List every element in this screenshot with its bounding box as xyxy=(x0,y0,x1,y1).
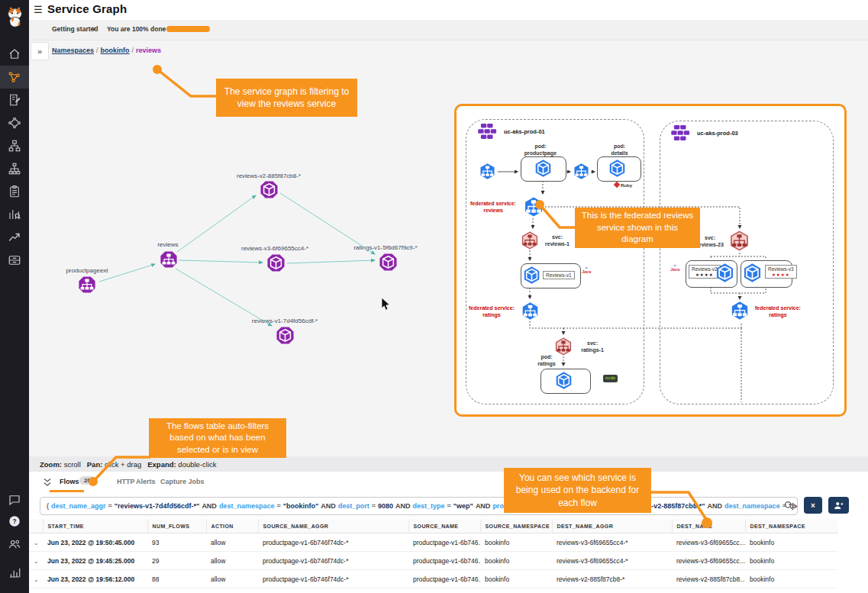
federated-ratings-label-2: federated service: ratings xyxy=(753,305,803,319)
metrics-icon[interactable] xyxy=(0,203,29,226)
usage-chart-icon[interactable] xyxy=(0,561,29,584)
graph-node-reviews-v2[interactable] xyxy=(260,180,279,199)
home-icon[interactable] xyxy=(0,43,29,66)
graph-node-ratings-v1[interactable] xyxy=(379,253,398,272)
pod-hexagon-icon xyxy=(534,159,553,178)
graph-node-label: ratings-v1-5f6d67f9c9-* xyxy=(353,244,417,251)
collapse-panel-icon[interactable] xyxy=(42,477,53,488)
filter-query: (dest_name_aggr="reviews-v1-7d4fd56cdf-*… xyxy=(47,502,798,510)
col-start-time[interactable]: START_TIME xyxy=(43,519,147,533)
onboarding-progress-bar xyxy=(166,26,210,32)
federated-service-hexagon-icon xyxy=(523,196,544,218)
reviews-v3-chip: Reviews-v3★★★★ xyxy=(765,265,797,279)
table-row[interactable]: ⌄ Jun 23, 2022 @ 19:50:45.000 72 allow p… xyxy=(29,588,838,593)
pod-productpage-label: pod: productpage xyxy=(518,143,563,157)
service-hexagon-icon xyxy=(479,163,496,180)
breadcrumb-bookinfo[interactable]: bookinfo xyxy=(101,47,130,54)
row-expand-icon[interactable]: ⌄ xyxy=(34,540,39,546)
chat-icon[interactable] xyxy=(0,488,29,511)
col-dest-name[interactable]: DEST_NAME xyxy=(672,519,745,533)
table-row[interactable]: ⌄ Jun 23, 2022 @ 19:56:12.000 88 allow p… xyxy=(29,570,838,588)
reviews-v1-chip: Reviews-v1 xyxy=(543,271,575,279)
col-num-flows[interactable]: NUM_FLOWS xyxy=(147,519,206,533)
tab-alerts[interactable]: Alerts xyxy=(136,478,156,485)
graph-node-productpageext[interactable] xyxy=(78,276,96,294)
storage-icon[interactable] xyxy=(0,249,29,272)
breadcrumb-namespaces[interactable]: Namespaces xyxy=(52,47,94,54)
callout-backend-service: You can see which service is being used … xyxy=(504,468,651,513)
users-icon[interactable] xyxy=(0,533,29,556)
pod-details-label: pod: details xyxy=(599,143,641,157)
col-dest-namespace[interactable]: DEST_NAMESPACE xyxy=(745,519,838,533)
service-hexagon-icon xyxy=(573,163,590,180)
federated-reviews-label: federated service: reviews xyxy=(464,201,522,214)
flow-network-icon[interactable] xyxy=(0,111,29,134)
graph-node-reviews-v1[interactable] xyxy=(276,326,295,345)
graph-node-label: reviews-v3-6f69655cc4-* xyxy=(241,245,308,252)
tab-flows[interactable]: Flows xyxy=(60,478,79,485)
col-action[interactable]: ACTION xyxy=(206,519,258,533)
help-icon[interactable] xyxy=(0,510,29,533)
table-row[interactable]: ⌄ Jun 23, 2022 @ 19:50:45.000 93 allow p… xyxy=(29,533,838,552)
legend-text: Zoom: scroll Pan: click + drag Expand: d… xyxy=(40,460,217,469)
pod-hexagon-icon xyxy=(608,159,627,178)
top-bar xyxy=(29,0,868,20)
cluster-name: uc-aks-prod-01 xyxy=(504,128,545,135)
expand-panel-button[interactable]: » xyxy=(31,42,49,60)
graph-node-reviews-v3[interactable] xyxy=(266,253,286,272)
left-nav-rail xyxy=(0,0,29,593)
tab-capture-jobs[interactable]: Capture Jobs xyxy=(160,478,205,485)
compliance-icon[interactable] xyxy=(0,180,29,203)
page-title: Service Graph xyxy=(47,2,127,15)
breadcrumb-separator: / xyxy=(130,47,137,54)
ruby-logo: Ruby xyxy=(615,182,632,188)
nodejs-logo: node xyxy=(603,375,618,382)
pod-hexagon-icon xyxy=(554,371,573,390)
trends-icon[interactable] xyxy=(0,226,29,249)
tab-http[interactable]: HTTP xyxy=(117,478,135,485)
svc-ratings-1-label: svc: ratings-1 xyxy=(576,340,609,354)
policy-editor-icon[interactable] xyxy=(0,89,29,111)
header-expand-col xyxy=(29,519,43,533)
hamburger-menu-icon[interactable]: ☰ xyxy=(34,4,43,15)
row-expand-icon[interactable]: ⌄ xyxy=(34,558,39,565)
pod-hexagon-icon xyxy=(715,263,735,283)
flows-count-badge: 20 xyxy=(79,476,95,485)
pod-hexagon-icon xyxy=(742,263,763,283)
col-source-name[interactable]: SOURCE_NAME xyxy=(408,519,480,533)
java-logo: ≈Java xyxy=(582,266,591,275)
breadcrumb-reviews: reviews xyxy=(136,47,161,54)
topology-icon[interactable] xyxy=(0,134,29,157)
federation-diagram-panel: uc-aks-prod-01 pod: productpage pod: det… xyxy=(454,104,847,417)
col-source-namespace[interactable]: SOURCE_NAMESPACE xyxy=(480,519,552,533)
flows-table: START_TIME NUM_FLOWS ACTION SOURCE_NAME_… xyxy=(29,519,868,593)
flows-filter-input[interactable]: (dest_name_aggr="reviews-v1-7d4fd56cdf-*… xyxy=(40,497,798,515)
service-graph-icon[interactable] xyxy=(0,66,29,89)
search-icon[interactable] xyxy=(783,500,795,511)
rating-stars-red: ★★★★ xyxy=(772,272,790,277)
pod-hexagon-icon xyxy=(522,266,541,285)
federated-service-hexagon-icon xyxy=(521,301,540,321)
col-source-name-aggr[interactable]: SOURCE_NAME_AGGR xyxy=(258,519,408,533)
java-logo: ≈Java xyxy=(670,263,679,272)
col-dest-name-aggr[interactable]: DEST_NAME_AGGR xyxy=(552,519,672,533)
callout-flows-autofilter: The flows table auto-filters based on wh… xyxy=(149,418,286,458)
row-expand-icon[interactable]: ⌄ xyxy=(34,576,39,583)
clear-filter-button[interactable]: × xyxy=(804,497,822,514)
table-row[interactable]: ⌄ Jun 23, 2022 @ 19:45:25.000 29 allow p… xyxy=(29,552,838,570)
active-tab-underline xyxy=(50,490,84,492)
pod-ratings-label: pod: ratings xyxy=(530,354,563,368)
graph-node-reviews[interactable] xyxy=(160,250,178,269)
breadcrumb: Namespaces/bookinfo/reviews xyxy=(52,47,161,54)
chevron-down-icon[interactable]: ∨ xyxy=(92,25,96,32)
svc-hexagon-icon xyxy=(729,230,750,251)
table-header-row: START_TIME NUM_FLOWS ACTION SOURCE_NAME_… xyxy=(29,519,838,533)
service-graph-app: ☰ Service Graph Getting started ∨ You ar… xyxy=(0,0,868,593)
org-chart-icon[interactable] xyxy=(0,157,29,180)
svc-reviews-1-label: svc: reviews-1 xyxy=(540,234,574,248)
calico-logo xyxy=(0,2,29,31)
federated-service-hexagon-icon xyxy=(730,301,750,321)
user-filter-button[interactable] xyxy=(828,497,849,514)
rating-stars-black: ★★★★ xyxy=(695,272,714,277)
graph-node-label: reviews xyxy=(157,241,178,248)
